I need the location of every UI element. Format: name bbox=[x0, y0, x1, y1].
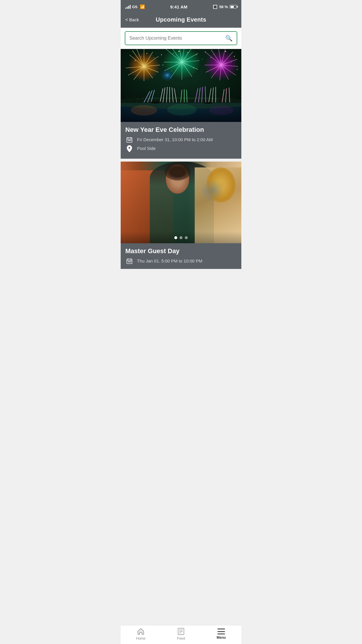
svg-point-99 bbox=[167, 104, 196, 116]
svg-rect-105 bbox=[128, 140, 129, 141]
svg-rect-114 bbox=[130, 261, 131, 262]
svg-rect-10 bbox=[233, 98, 235, 103]
bluetooth-icon: 🔳 bbox=[213, 5, 217, 9]
signal-bars bbox=[125, 5, 131, 9]
svg-rect-8 bbox=[220, 97, 222, 103]
event-title-new-year-eve: New Year Eve Celebration bbox=[125, 126, 237, 134]
event-location-text-1: Pool Side bbox=[137, 145, 156, 151]
carrier-label: GS bbox=[132, 5, 138, 9]
carousel-dots bbox=[174, 236, 188, 239]
signal-bar-1 bbox=[125, 8, 126, 9]
search-box[interactable]: 🔍 bbox=[125, 31, 237, 45]
battery-fill bbox=[231, 6, 234, 8]
svg-rect-113 bbox=[129, 261, 130, 262]
signal-bar-3 bbox=[128, 6, 129, 9]
signal-bar-4 bbox=[130, 5, 131, 9]
svg-rect-106 bbox=[129, 140, 130, 141]
svg-point-92 bbox=[202, 59, 203, 60]
battery-icon bbox=[230, 5, 237, 8]
svg-point-90 bbox=[171, 71, 172, 71]
svg-rect-6 bbox=[140, 98, 141, 103]
carousel-dot-1 bbox=[174, 236, 177, 239]
event-datetime-new-year-eve: Fri December 31, 10:00 PM to 2:00 AM bbox=[125, 136, 237, 143]
carousel-dot-3 bbox=[185, 236, 188, 239]
svg-rect-5 bbox=[132, 96, 136, 103]
signal-bar-2 bbox=[127, 7, 128, 9]
status-time: 9:41 AM bbox=[170, 4, 187, 9]
status-left: GS 📶 bbox=[125, 4, 145, 9]
back-label: Back bbox=[129, 17, 139, 22]
svg-point-80 bbox=[161, 55, 162, 55]
svg-point-93 bbox=[211, 57, 212, 58]
search-input[interactable] bbox=[129, 36, 225, 41]
fireworks-svg bbox=[121, 49, 241, 122]
svg-point-79 bbox=[154, 57, 154, 58]
event-info-new-year-eve: New Year Eve Celebration Fri bbox=[121, 122, 241, 159]
svg-rect-107 bbox=[130, 140, 131, 141]
event-datetime-text-2: Thu Jan 01. 5:00 PM to 10:00 PM bbox=[137, 258, 202, 264]
svg-point-86 bbox=[214, 54, 214, 55]
search-container: 🔍 bbox=[121, 28, 241, 49]
svg-point-82 bbox=[178, 51, 180, 52]
blur-blob bbox=[201, 179, 224, 202]
svg-point-98 bbox=[131, 105, 157, 116]
event-card-new-year-eve[interactable]: New Year Eve Celebration Fri bbox=[121, 49, 241, 159]
svg-rect-112 bbox=[128, 261, 129, 262]
svg-point-75 bbox=[160, 69, 175, 82]
battery-percent: 58 % bbox=[219, 5, 228, 9]
calendar-icon-2 bbox=[125, 258, 133, 264]
status-bar: GS 📶 9:41 AM 🔳 58 % bbox=[121, 0, 241, 13]
header: < Back Upcoming Events bbox=[121, 13, 241, 28]
back-chevron-icon: < bbox=[125, 17, 128, 22]
event-info-master-guest-day: Master Guest Day Thu Jan 01. bbox=[121, 243, 241, 269]
page-title: Upcoming Events bbox=[125, 16, 237, 23]
events-list: New Year Eve Celebration Fri bbox=[121, 49, 241, 269]
svg-point-100 bbox=[209, 106, 233, 115]
svg-point-97 bbox=[204, 102, 212, 104]
event-title-master-guest-day: Master Guest Day bbox=[125, 247, 237, 255]
event-datetime-master-guest-day: Thu Jan 01. 5:00 PM to 10:00 PM bbox=[125, 258, 237, 264]
svg-point-96 bbox=[150, 101, 161, 104]
event-datetime-text-1: Fri December 31, 10:00 PM to 2:00 AM bbox=[137, 136, 213, 143]
event-card-master-guest-day[interactable]: Master Guest Day Thu Jan 01. bbox=[121, 162, 241, 269]
svg-point-91 bbox=[193, 68, 194, 69]
event-image-party bbox=[121, 162, 241, 243]
calendar-icon-1 bbox=[125, 136, 133, 143]
svg-point-87 bbox=[225, 51, 226, 52]
svg-point-81 bbox=[173, 53, 173, 54]
carousel-dot-2 bbox=[180, 236, 182, 239]
svg-point-84 bbox=[196, 55, 197, 55]
svg-point-85 bbox=[205, 52, 206, 52]
svg-point-83 bbox=[187, 52, 188, 53]
wifi-icon: 📶 bbox=[140, 4, 145, 9]
svg-rect-4 bbox=[126, 97, 129, 103]
svg-point-76 bbox=[135, 60, 136, 61]
back-button[interactable]: < Back bbox=[125, 17, 139, 22]
hair-center bbox=[164, 163, 191, 181]
event-image-fireworks bbox=[121, 49, 241, 122]
svg-point-88 bbox=[234, 56, 235, 57]
search-icon[interactable]: 🔍 bbox=[225, 35, 233, 42]
status-right: 🔳 58 % bbox=[213, 5, 237, 9]
page-content: 🔍 bbox=[121, 28, 241, 295]
svg-point-94 bbox=[231, 62, 232, 62]
svg-point-77 bbox=[141, 56, 141, 57]
location-pin-icon-1 bbox=[125, 145, 133, 152]
svg-point-89 bbox=[163, 65, 164, 66]
event-location-new-year-eve: Pool Side bbox=[125, 145, 237, 152]
svg-point-95 bbox=[237, 69, 238, 70]
svg-point-78 bbox=[147, 53, 147, 54]
